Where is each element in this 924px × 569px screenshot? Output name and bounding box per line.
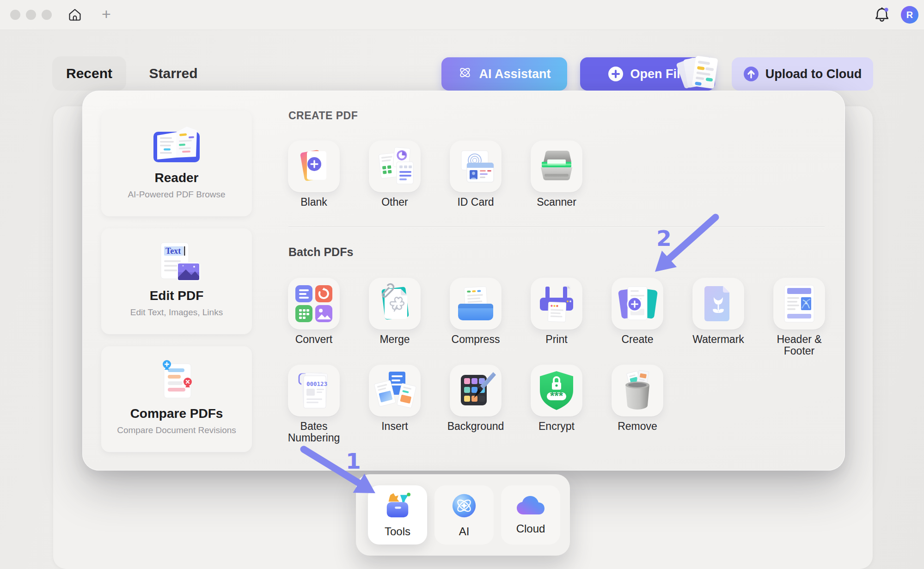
scanner-icon [531,141,582,192]
edit-text-sample: Text [165,246,181,256]
bates-number-sample: 000123 [306,380,327,387]
featured-card-compare-pdfs[interactable]: Compare PDFs Compare Document Revisions [101,346,252,452]
background-icon [450,365,502,416]
edit-pdf-icon: Text [149,240,204,285]
tile-label: Header & Footer [765,334,834,357]
tile-label: Convert [279,334,349,345]
compare-pdfs-title: Compare PDFs [130,406,223,421]
tile-label: Blank [279,196,349,208]
tile-label: Encrypt [522,421,591,432]
tile-create[interactable]: Create [603,278,672,345]
tile-label: Bates Numbering [279,421,349,444]
tile-label: Compress [441,334,510,345]
blank-page-icon [288,141,340,192]
create-icon [612,278,663,330]
dock-tools-label: Tools [385,525,410,538]
dock-cloud-label: Cloud [516,522,545,535]
create-pdf-section-header: CREATE PDF [288,110,358,122]
convert-icon [288,278,340,330]
tile-blank[interactable]: Blank [279,141,349,208]
tile-label: Merge [360,334,429,345]
open-file-button[interactable]: Open File [580,57,715,91]
reader-book-icon [150,122,203,167]
tile-convert[interactable]: Convert [279,278,349,345]
tile-id-card[interactable]: ID Card [441,141,510,208]
upload-to-cloud-label: Upload to Cloud [765,67,862,81]
tile-label: Print [522,334,591,345]
cloud-icon [516,495,545,518]
tab-recent[interactable]: Recent [52,56,126,91]
plus-circle-icon [608,66,624,82]
tile-background[interactable]: Background [441,365,510,432]
edit-pdf-subtitle: Edit Text, Images, Links [130,307,223,318]
reader-subtitle: AI-Powered PDF Browse [128,190,225,200]
id-card-icon [450,141,502,192]
window-zoom-button[interactable] [42,10,52,20]
watermark-icon [692,278,744,330]
tab-starred[interactable]: Starred [139,56,208,91]
header-footer-icon [773,278,825,330]
notification-bell-icon[interactable] [873,6,891,24]
section-divider [288,226,825,227]
tile-other[interactable]: Other [360,141,429,208]
tile-watermark[interactable]: Watermark [684,278,753,345]
password-mask: *** [550,390,563,402]
featured-card-edit-pdf[interactable]: Text Edit PDF Edit Text, Ima [101,228,252,334]
ai-assistant-button[interactable]: AI Assistant [441,57,567,91]
dock-ai-label: AI [459,525,470,538]
compare-pdfs-icon [151,358,202,403]
tile-label: Create [603,334,672,345]
batch-pdfs-section-header: Batch PDFs [288,245,353,259]
tile-remove[interactable]: Remove [603,365,672,432]
ai-swirl-icon [458,65,472,83]
tile-bates-numbering[interactable]: 000123 Bates Numbering [279,365,349,444]
other-documents-icon [369,141,421,192]
upload-arrow-icon [743,66,759,82]
tile-label: ID Card [441,196,510,208]
insert-icon [369,365,421,416]
tile-header-footer[interactable]: Header & Footer [765,278,834,357]
ai-assistant-label: AI Assistant [479,67,551,81]
app-window: + R Recent Starred AI Assistant [0,0,924,569]
tile-encrypt[interactable]: *** Encrypt [522,365,591,432]
window-close-button[interactable] [10,10,20,20]
tools-panel: Reader AI-Powered PDF Browse Text [82,91,845,471]
tile-label: Background [441,421,510,432]
compress-icon [450,278,502,330]
remove-trash-icon [612,365,663,416]
compare-pdfs-subtitle: Compare Document Revisions [117,425,236,435]
featured-card-reader[interactable]: Reader AI-Powered PDF Browse [101,110,252,216]
home-icon[interactable] [67,6,83,23]
dock-item-tools[interactable]: Tools [368,485,427,545]
tile-print[interactable]: Print [522,278,591,345]
dock-item-ai[interactable]: AI [434,485,494,545]
reader-title: Reader [155,171,199,185]
bottom-dock: Tools AI [356,474,570,556]
new-tab-button[interactable]: + [98,6,115,22]
tile-merge[interactable]: Merge [360,278,429,345]
avatar[interactable]: R [901,6,918,24]
tile-compress[interactable]: Compress [441,278,510,345]
ai-sphere-icon [451,492,477,521]
tile-label: Scanner [522,196,591,208]
tile-scanner[interactable]: Scanner [522,141,591,208]
merge-icon [369,278,421,330]
print-icon [531,278,582,330]
tile-label: Remove [603,421,672,432]
window-minimize-button[interactable] [26,10,36,20]
toolbox-icon [383,492,412,521]
title-bar: + R [0,0,924,30]
tile-label: Insert [360,421,429,432]
tile-label: Other [360,196,429,208]
tile-label: Watermark [684,334,753,345]
encrypt-icon: *** [531,365,582,416]
bates-numbering-icon: 000123 [288,365,340,416]
upload-to-cloud-button[interactable]: Upload to Cloud [732,57,873,91]
edit-pdf-title: Edit PDF [150,288,204,303]
tile-insert[interactable]: Insert [360,365,429,432]
dock-item-cloud[interactable]: Cloud [501,485,560,545]
